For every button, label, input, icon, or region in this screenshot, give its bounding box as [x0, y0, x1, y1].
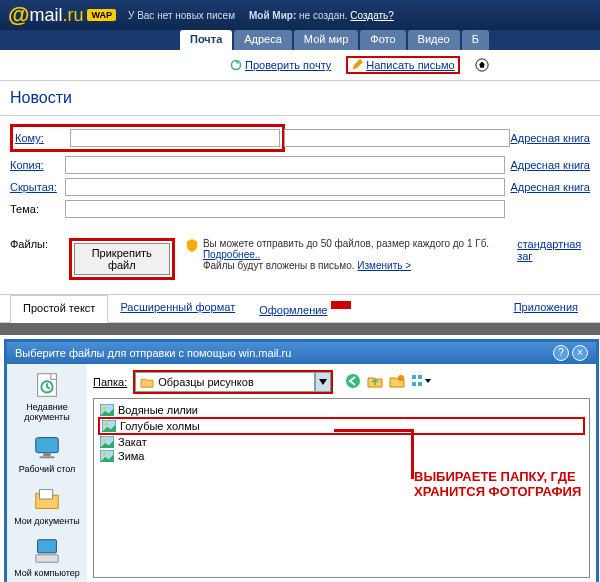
computer-icon	[32, 536, 62, 566]
main-tabs: Почта Адреса Мой мир Фото Видео Б	[0, 30, 600, 50]
help-button[interactable]: ?	[553, 345, 569, 361]
chevron-down-icon	[319, 379, 327, 385]
standard-upload-link[interactable]: стандартная заг	[517, 238, 590, 262]
svg-rect-5	[36, 437, 59, 452]
close-button[interactable]: ×	[572, 345, 588, 361]
svg-point-24	[103, 438, 106, 441]
places-bar: Недавние документы Рабочий стол Мои доку…	[7, 364, 87, 582]
folder-icon	[140, 376, 154, 388]
not-created-text: не создан.	[299, 10, 348, 21]
svg-rect-8	[40, 489, 53, 498]
image-file-icon	[100, 436, 114, 448]
place-mydocs[interactable]: Мои документы	[14, 484, 80, 526]
wap-badge[interactable]: WAP	[87, 9, 116, 21]
files-label: Файлы:	[10, 238, 59, 250]
dialog-title-text: Выберите файлы для отправки с помощью wi…	[15, 347, 550, 359]
separator-band	[0, 323, 600, 335]
place-recent-label: Недавние документы	[11, 402, 83, 422]
tab-mail[interactable]: Почта	[180, 30, 232, 50]
view-menu-icon[interactable]	[411, 373, 431, 391]
place-desktop[interactable]: Рабочий стол	[19, 432, 76, 474]
file-label: Закат	[118, 436, 147, 448]
logo-at: @	[8, 2, 29, 28]
tab-design[interactable]: Оформление	[247, 295, 363, 322]
annotation-arrow	[334, 429, 414, 479]
file-item-1[interactable]: Водяные лилии	[98, 403, 585, 417]
subject-input[interactable]	[65, 200, 505, 218]
create-world-link[interactable]: Создать?	[350, 10, 394, 21]
file-open-dialog: Выберите файлы для отправки с помощью wi…	[4, 339, 599, 582]
place-mycomputer[interactable]: Мой компьютер	[14, 536, 80, 578]
bcc-input[interactable]	[65, 178, 505, 196]
svg-point-13	[346, 374, 360, 388]
no-new-mail: У Вас нет новых писем	[128, 10, 235, 21]
svg-rect-6	[43, 452, 51, 456]
address-book-link-to[interactable]: Адресная книга	[510, 132, 590, 144]
attach-inline-text: Файлы будут вложены в письмо.	[203, 260, 355, 271]
tab-attachments[interactable]: Приложения	[502, 295, 590, 322]
my-world-label: Мой Мир:	[249, 10, 296, 21]
logo-mail: mail	[29, 5, 62, 26]
svg-rect-7	[40, 456, 55, 458]
svg-point-26	[103, 452, 106, 455]
attach-change-link[interactable]: Изменить >	[357, 260, 411, 271]
tab-plain-text[interactable]: Простой текст	[10, 295, 108, 323]
soccer-ball-icon[interactable]	[475, 58, 489, 72]
desktop-icon	[32, 432, 62, 462]
folder-drop-button[interactable]	[315, 372, 331, 392]
tab-more[interactable]: Б	[462, 30, 489, 50]
to-label[interactable]: Кому:	[15, 132, 70, 144]
to-input[interactable]	[70, 129, 280, 147]
file-label: Водяные лилии	[118, 404, 198, 416]
svg-rect-15	[412, 375, 416, 379]
up-folder-icon[interactable]	[367, 373, 383, 391]
refresh-icon	[230, 59, 242, 71]
place-mycomputer-label: Мой компьютер	[14, 568, 80, 578]
mail-toolbar: Проверить почту Написать письмо	[0, 50, 600, 81]
write-letter-link[interactable]: Написать письмо	[346, 56, 459, 74]
folder-highlight: Образцы рисунков	[133, 370, 333, 394]
tab-myworld[interactable]: Мой мир	[294, 30, 358, 50]
attach-file-button[interactable]: Прикрепить файл	[74, 243, 170, 275]
place-desktop-label: Рабочий стол	[19, 464, 76, 474]
svg-point-22	[105, 422, 108, 425]
folder-dropdown[interactable]: Образцы рисунков	[135, 372, 315, 392]
file-list[interactable]: Водяные лилии Голубые холмы Закат Зима В…	[93, 398, 590, 578]
image-file-icon	[100, 404, 114, 416]
file-label: Зима	[118, 450, 144, 462]
image-file-icon	[102, 420, 116, 432]
compose-form: Кому: Адресная книга Копия: Адресная кни…	[0, 116, 600, 230]
new-folder-icon[interactable]	[389, 373, 405, 391]
check-mail-link[interactable]: Проверить почту	[230, 59, 331, 71]
write-letter-label: Написать письмо	[366, 59, 454, 71]
attach-limit-text: Вы можете отправить до 50 файлов, размер…	[203, 238, 489, 249]
file-label: Голубые холмы	[120, 420, 200, 432]
mailru-logo[interactable]: @ mail .ru	[8, 2, 83, 28]
copy-input[interactable]	[65, 156, 505, 174]
bcc-label[interactable]: Скрытая:	[10, 181, 65, 193]
check-mail-label: Проверить почту	[245, 59, 331, 71]
attach-details-link[interactable]: Подробнее..	[203, 249, 260, 260]
tab-rich-format[interactable]: Расширенный формат	[108, 295, 247, 322]
svg-rect-10	[36, 554, 59, 562]
svg-rect-16	[412, 382, 416, 386]
address-book-link-cc[interactable]: Адресная книга	[510, 159, 590, 171]
tab-photo[interactable]: Фото	[360, 30, 405, 50]
tab-video[interactable]: Видео	[408, 30, 460, 50]
news-section-title: Новости	[0, 81, 600, 116]
to-input-ext[interactable]	[284, 129, 510, 147]
tab-addresses[interactable]: Адреса	[234, 30, 292, 50]
folder-value: Образцы рисунков	[158, 376, 254, 388]
copy-label[interactable]: Копия:	[10, 159, 65, 171]
logo-ru: .ru	[62, 5, 83, 26]
image-file-icon	[100, 450, 114, 462]
place-recent[interactable]: Недавние документы	[11, 370, 83, 422]
folder-label: Папка:	[93, 376, 127, 388]
back-icon[interactable]	[345, 373, 361, 391]
recent-docs-icon	[32, 370, 62, 400]
format-tabs: Простой текст Расширенный формат Оформле…	[0, 294, 600, 323]
dialog-titlebar[interactable]: Выберите файлы для отправки с помощью wi…	[7, 342, 596, 364]
attach-note: Вы можете отправить до 50 файлов, размер…	[185, 238, 507, 271]
address-book-link-bcc[interactable]: Адресная книга	[510, 181, 590, 193]
attach-row: Файлы: Прикрепить файл Вы можете отправи…	[0, 230, 600, 288]
